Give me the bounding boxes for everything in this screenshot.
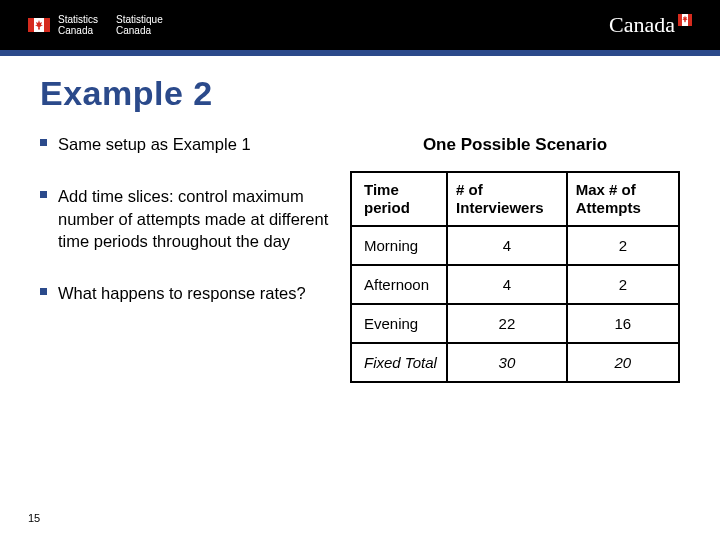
agency-en-line1: Statistics [58,14,98,26]
cell-interviewers: 30 [447,343,567,382]
wordmark-flag-icon [678,6,692,32]
cell-attempts: 2 [567,265,679,304]
svg-rect-0 [28,18,34,32]
agency-en-line2: Canada [58,25,98,37]
scenario-heading: One Possible Scenario [350,135,680,155]
table-row: Afternoon 4 2 [351,265,679,304]
svg-rect-3 [678,14,682,26]
wordmark-text: Canada [609,12,675,38]
agency-fr-line2: Canada [116,25,163,37]
cell-attempts: 2 [567,226,679,265]
table-row: Evening 22 16 [351,304,679,343]
cell-attempts: 20 [567,343,679,382]
col-time-period: Time period [351,172,447,226]
cell-interviewers: 4 [447,226,567,265]
header-band: Statistics Canada Statistique Canada Can… [0,0,720,50]
agency-text: Statistics Canada Statistique Canada [58,14,163,37]
list-item: Same setup as Example 1 [40,133,330,155]
bullet-list-area: Same setup as Example 1 Add time slices:… [40,133,330,383]
bullet-list: Same setup as Example 1 Add time slices:… [40,133,330,304]
cell-period: Morning [351,226,447,265]
agency-signature: Statistics Canada Statistique Canada [28,14,163,37]
scenario-table: Time period # of Interviewers Max # of A… [350,171,680,383]
agency-fr-line1: Statistique [116,14,163,26]
svg-rect-1 [44,18,50,32]
col-attempts: Max # of Attempts [567,172,679,226]
col-interviewers: # of Interviewers [447,172,567,226]
cell-attempts: 16 [567,304,679,343]
list-item: What happens to response rates? [40,282,330,304]
table-row: Morning 4 2 [351,226,679,265]
cell-period: Afternoon [351,265,447,304]
slide-content: Example 2 Same setup as Example 1 Add ti… [0,56,720,383]
list-item: Add time slices: control maximum number … [40,185,330,252]
cell-period: Fixed Total [351,343,447,382]
table-row-total: Fixed Total 30 20 [351,343,679,382]
cell-interviewers: 22 [447,304,567,343]
canada-wordmark: Canada [609,12,692,38]
slide-title: Example 2 [40,74,680,113]
page-number: 15 [28,512,40,524]
scenario-area: One Possible Scenario Time period # of I… [350,133,680,383]
table-header-row: Time period # of Interviewers Max # of A… [351,172,679,226]
svg-rect-4 [688,14,692,26]
cell-interviewers: 4 [447,265,567,304]
canada-flag-icon [28,18,50,32]
cell-period: Evening [351,304,447,343]
